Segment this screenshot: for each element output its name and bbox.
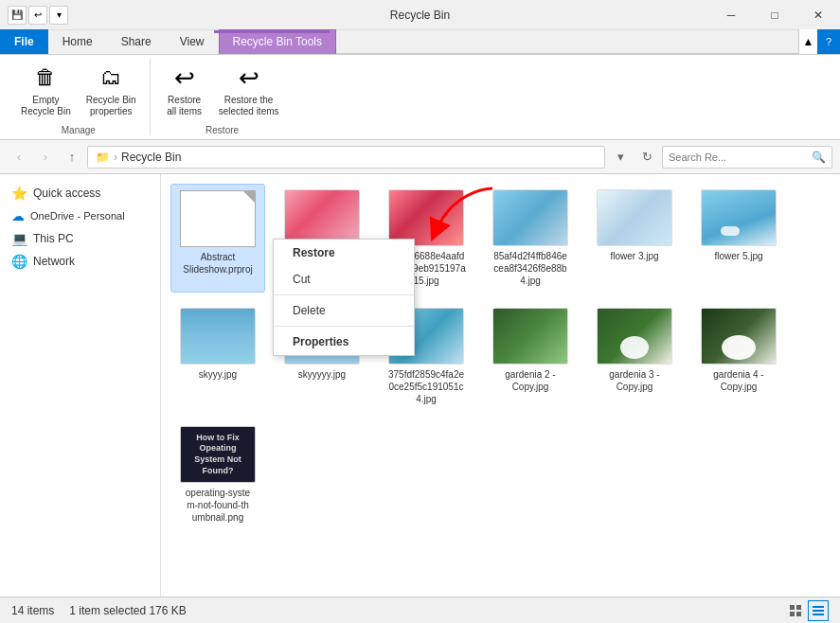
context-menu-restore[interactable]: Restore — [274, 240, 414, 266]
file-name-gard4: gardenia 4 -Copy.jpg — [713, 368, 763, 393]
restore-all-button[interactable]: ↩ Restoreall items — [160, 59, 209, 121]
file-name-gard2: gardenia 2 -Copy.jpg — [505, 368, 555, 393]
file-item-skyyy[interactable]: skyyy.jpg — [170, 302, 265, 411]
ribbon-tabs: File Home Share View Recycle Bin Tools ▲… — [0, 30, 840, 55]
file-name-operating: operating-system-not-found-thumbnail.png — [186, 487, 250, 524]
manage-group-label: Manage — [62, 121, 96, 135]
thumb-flower3 — [597, 189, 672, 246]
content-area: AbstractSlideshow.prproj 688d3aa67144fbe… — [161, 174, 840, 596]
minimize-button[interactable]: ─ — [709, 0, 753, 30]
abstract-thumb — [180, 190, 256, 247]
context-menu-delete[interactable]: Delete — [274, 297, 414, 324]
svg-rect-1 — [790, 605, 795, 610]
svg-rect-7 — [813, 614, 824, 615]
sidebar-item-onedrive[interactable]: ☁ OneDrive - Personal — [0, 205, 160, 227]
search-icon: 🔍 — [812, 151, 826, 164]
svg-rect-2 — [796, 605, 801, 610]
ribbon-group-restore: ↩ Restoreall items ↩ Restore theselected… — [152, 59, 293, 135]
file-name-abstract: AbstractSlideshow.prproj — [183, 251, 252, 276]
context-menu-properties[interactable]: Properties — [274, 329, 414, 355]
sidebar-label-quick-access: Quick access — [33, 187, 100, 200]
restore-group-label: Restore — [206, 121, 239, 135]
status-bar: 14 items 1 item selected 176 KB — [0, 596, 840, 623]
large-icons-icon — [789, 604, 802, 617]
files-grid: AbstractSlideshow.prproj 688d3aa67144fbe… — [170, 184, 831, 529]
onedrive-icon: ☁ — [11, 208, 25, 223]
back-button[interactable]: ‹ — [8, 146, 30, 169]
path-arrow: › — [114, 151, 117, 164]
properties-icon: 🗂 — [96, 62, 126, 93]
recycle-bin-properties-button[interactable]: 🗂 Recycle Binproperties — [80, 59, 142, 121]
maximize-button[interactable]: □ — [753, 0, 796, 30]
tab-file[interactable]: File — [0, 29, 48, 54]
restore-selected-icon: ↩ — [234, 62, 264, 93]
details-view-btn[interactable] — [808, 600, 829, 621]
up-button[interactable]: ↑ — [61, 146, 83, 169]
refresh-button[interactable]: ↻ — [635, 146, 658, 169]
ribbon-outer: File Home Share View Recycle Bin Tools ▲… — [0, 30, 840, 140]
quick-chevron-btn[interactable]: ▾ — [49, 6, 68, 25]
large-icons-view-btn[interactable] — [785, 600, 806, 621]
quick-undo-btn[interactable]: ↩ — [28, 6, 47, 25]
quick-access-icon: ⭐ — [11, 186, 27, 201]
tab-share[interactable]: Share — [107, 29, 166, 54]
file-item-85af[interactable]: 85af4d2f4ffb846ecea8f3426f8e88b4.jpg — [483, 184, 578, 293]
path-recycle-bin: Recycle Bin — [121, 151, 181, 164]
address-bar: ‹ › ↑ 📁 › Recycle Bin ▾ ↻ 🔍 — [0, 140, 840, 174]
this-pc-icon: 💻 — [11, 231, 27, 246]
file-item-flower5[interactable]: flower 5.jpg — [691, 184, 786, 293]
restore-selected-button[interactable]: ↩ Restore theselected items — [213, 59, 285, 121]
sidebar-item-this-pc[interactable]: 💻 This PC — [0, 227, 160, 250]
ribbon-group-manage: 🗑 EmptyRecycle Bin 🗂 Recycle Binproperti… — [8, 59, 151, 135]
status-selected: 1 item selected 176 KB — [69, 604, 186, 617]
address-path[interactable]: 📁 › Recycle Bin — [87, 146, 605, 169]
file-item-abstract[interactable]: AbstractSlideshow.prproj — [170, 184, 265, 293]
file-name-85af: 85af4d2f4ffb846ecea8f3426f8e88b4.jpg — [493, 250, 567, 287]
status-left: 14 items 1 item selected 176 KB — [11, 604, 187, 617]
file-name-flower3: flower 3.jpg — [610, 250, 658, 262]
context-menu-cut[interactable]: Cut — [274, 266, 414, 293]
empty-icon: 🗑 — [30, 62, 61, 93]
title-bar: 💾 ↩ ▾ Recycle Bin ─ □ ✕ — [0, 0, 840, 30]
sidebar-item-network[interactable]: 🌐 Network — [0, 250, 160, 273]
thumb-operating: How to Fix OpeatingSystem Not Found? — [180, 426, 256, 483]
file-item-gard4[interactable]: gardenia 4 -Copy.jpg — [691, 302, 786, 411]
quick-access-toolbar: 💾 ↩ ▾ — [8, 6, 68, 25]
empty-recycle-bin-button[interactable]: 🗑 EmptyRecycle Bin — [15, 59, 77, 121]
svg-rect-5 — [813, 606, 824, 608]
search-input[interactable] — [669, 151, 812, 163]
tab-spacer — [336, 53, 798, 54]
status-count: 14 items — [11, 604, 54, 617]
file-item-gard3[interactable]: gardenia 3 -Copy.jpg — [587, 302, 682, 411]
ribbon-collapse-btn[interactable]: ▲ — [798, 29, 817, 54]
window-controls: ─ □ ✕ — [709, 0, 840, 30]
file-item-gard2[interactable]: gardenia 2 -Copy.jpg — [483, 302, 578, 411]
restore-all-label: Restoreall items — [167, 95, 202, 117]
empty-label: EmptyRecycle Bin — [21, 95, 71, 117]
manage-buttons: 🗑 EmptyRecycle Bin 🗂 Recycle Binproperti… — [15, 59, 142, 121]
close-button[interactable]: ✕ — [796, 0, 840, 30]
sidebar: ⭐ Quick access ☁ OneDrive - Personal 💻 T… — [0, 174, 161, 596]
quick-save-btn[interactable]: 💾 — [8, 6, 27, 25]
file-name-skyyy: skyyy.jpg — [199, 368, 237, 381]
file-item-operating[interactable]: How to Fix OpeatingSystem Not Found? ope… — [170, 420, 265, 529]
context-menu-sep1 — [274, 294, 414, 295]
tab-view[interactable]: View — [166, 29, 219, 54]
thumb-gard2 — [492, 308, 568, 365]
svg-rect-6 — [813, 610, 824, 612]
tab-home[interactable]: Home — [48, 29, 107, 54]
file-name-375fdf: 375fdf2859c4fa2e0ce25f5c191051c4.jpg — [388, 368, 464, 405]
sidebar-item-quick-access[interactable]: ⭐ Quick access — [0, 182, 160, 205]
path-icon: 📁 — [96, 151, 110, 164]
thumb-688d — [284, 189, 360, 246]
forward-button[interactable]: › — [34, 146, 57, 169]
main-area: ⭐ Quick access ☁ OneDrive - Personal 💻 T… — [0, 174, 840, 596]
dropdown-button[interactable]: ▾ — [609, 146, 632, 169]
help-button[interactable]: ? — [817, 29, 840, 54]
window-title: Recycle Bin — [390, 9, 450, 22]
file-item-flower3[interactable]: flower 3.jpg — [587, 184, 682, 293]
details-icon — [812, 604, 825, 617]
manage-tab-indicator — [214, 30, 330, 33]
search-box: 🔍 — [662, 146, 832, 169]
properties-label: Recycle Binproperties — [86, 95, 136, 117]
